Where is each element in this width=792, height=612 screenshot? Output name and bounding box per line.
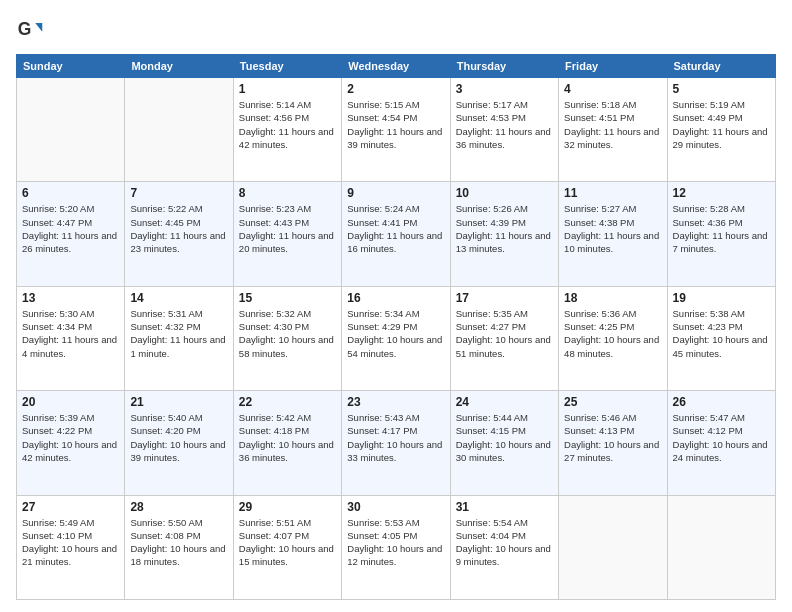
- calendar-week-row: 6Sunrise: 5:20 AM Sunset: 4:47 PM Daylig…: [17, 182, 776, 286]
- day-info: Sunrise: 5:46 AM Sunset: 4:13 PM Dayligh…: [564, 411, 661, 464]
- day-number: 19: [673, 291, 770, 305]
- day-number: 30: [347, 500, 444, 514]
- day-number: 11: [564, 186, 661, 200]
- svg-text:G: G: [18, 19, 32, 39]
- calendar-cell: 15Sunrise: 5:32 AM Sunset: 4:30 PM Dayli…: [233, 286, 341, 390]
- day-number: 23: [347, 395, 444, 409]
- day-info: Sunrise: 5:36 AM Sunset: 4:25 PM Dayligh…: [564, 307, 661, 360]
- calendar-cell: 16Sunrise: 5:34 AM Sunset: 4:29 PM Dayli…: [342, 286, 450, 390]
- day-number: 6: [22, 186, 119, 200]
- day-number: 1: [239, 82, 336, 96]
- day-info: Sunrise: 5:18 AM Sunset: 4:51 PM Dayligh…: [564, 98, 661, 151]
- day-info: Sunrise: 5:22 AM Sunset: 4:45 PM Dayligh…: [130, 202, 227, 255]
- calendar-cell: 9Sunrise: 5:24 AM Sunset: 4:41 PM Daylig…: [342, 182, 450, 286]
- page: G SundayMondayTuesdayWednesdayThursdayFr…: [0, 0, 792, 612]
- calendar-cell: 17Sunrise: 5:35 AM Sunset: 4:27 PM Dayli…: [450, 286, 558, 390]
- calendar-cell: 1Sunrise: 5:14 AM Sunset: 4:56 PM Daylig…: [233, 78, 341, 182]
- day-info: Sunrise: 5:26 AM Sunset: 4:39 PM Dayligh…: [456, 202, 553, 255]
- calendar-cell: 29Sunrise: 5:51 AM Sunset: 4:07 PM Dayli…: [233, 495, 341, 599]
- day-info: Sunrise: 5:49 AM Sunset: 4:10 PM Dayligh…: [22, 516, 119, 569]
- col-header-wednesday: Wednesday: [342, 55, 450, 78]
- day-info: Sunrise: 5:38 AM Sunset: 4:23 PM Dayligh…: [673, 307, 770, 360]
- calendar-cell: 30Sunrise: 5:53 AM Sunset: 4:05 PM Dayli…: [342, 495, 450, 599]
- col-header-monday: Monday: [125, 55, 233, 78]
- calendar-cell: [125, 78, 233, 182]
- day-info: Sunrise: 5:39 AM Sunset: 4:22 PM Dayligh…: [22, 411, 119, 464]
- day-number: 16: [347, 291, 444, 305]
- day-number: 13: [22, 291, 119, 305]
- calendar-cell: 5Sunrise: 5:19 AM Sunset: 4:49 PM Daylig…: [667, 78, 775, 182]
- day-info: Sunrise: 5:42 AM Sunset: 4:18 PM Dayligh…: [239, 411, 336, 464]
- calendar-week-row: 27Sunrise: 5:49 AM Sunset: 4:10 PM Dayli…: [17, 495, 776, 599]
- day-number: 5: [673, 82, 770, 96]
- day-number: 8: [239, 186, 336, 200]
- day-info: Sunrise: 5:31 AM Sunset: 4:32 PM Dayligh…: [130, 307, 227, 360]
- day-info: Sunrise: 5:32 AM Sunset: 4:30 PM Dayligh…: [239, 307, 336, 360]
- col-header-friday: Friday: [559, 55, 667, 78]
- day-info: Sunrise: 5:30 AM Sunset: 4:34 PM Dayligh…: [22, 307, 119, 360]
- calendar-cell: 7Sunrise: 5:22 AM Sunset: 4:45 PM Daylig…: [125, 182, 233, 286]
- day-info: Sunrise: 5:34 AM Sunset: 4:29 PM Dayligh…: [347, 307, 444, 360]
- calendar-cell: 19Sunrise: 5:38 AM Sunset: 4:23 PM Dayli…: [667, 286, 775, 390]
- calendar-cell: 8Sunrise: 5:23 AM Sunset: 4:43 PM Daylig…: [233, 182, 341, 286]
- day-number: 7: [130, 186, 227, 200]
- day-number: 17: [456, 291, 553, 305]
- day-info: Sunrise: 5:17 AM Sunset: 4:53 PM Dayligh…: [456, 98, 553, 151]
- day-number: 29: [239, 500, 336, 514]
- svg-marker-1: [35, 23, 42, 32]
- calendar-cell: 25Sunrise: 5:46 AM Sunset: 4:13 PM Dayli…: [559, 391, 667, 495]
- day-info: Sunrise: 5:20 AM Sunset: 4:47 PM Dayligh…: [22, 202, 119, 255]
- day-number: 10: [456, 186, 553, 200]
- calendar-cell: 2Sunrise: 5:15 AM Sunset: 4:54 PM Daylig…: [342, 78, 450, 182]
- calendar-cell: 13Sunrise: 5:30 AM Sunset: 4:34 PM Dayli…: [17, 286, 125, 390]
- day-number: 21: [130, 395, 227, 409]
- calendar-cell: 23Sunrise: 5:43 AM Sunset: 4:17 PM Dayli…: [342, 391, 450, 495]
- day-info: Sunrise: 5:44 AM Sunset: 4:15 PM Dayligh…: [456, 411, 553, 464]
- col-header-saturday: Saturday: [667, 55, 775, 78]
- calendar-cell: 12Sunrise: 5:28 AM Sunset: 4:36 PM Dayli…: [667, 182, 775, 286]
- calendar-cell: 14Sunrise: 5:31 AM Sunset: 4:32 PM Dayli…: [125, 286, 233, 390]
- day-info: Sunrise: 5:50 AM Sunset: 4:08 PM Dayligh…: [130, 516, 227, 569]
- calendar-cell: 22Sunrise: 5:42 AM Sunset: 4:18 PM Dayli…: [233, 391, 341, 495]
- calendar-cell: 28Sunrise: 5:50 AM Sunset: 4:08 PM Dayli…: [125, 495, 233, 599]
- calendar-cell: 24Sunrise: 5:44 AM Sunset: 4:15 PM Dayli…: [450, 391, 558, 495]
- calendar-cell: 20Sunrise: 5:39 AM Sunset: 4:22 PM Dayli…: [17, 391, 125, 495]
- day-info: Sunrise: 5:19 AM Sunset: 4:49 PM Dayligh…: [673, 98, 770, 151]
- day-number: 9: [347, 186, 444, 200]
- header: G: [16, 16, 776, 44]
- calendar-cell: [17, 78, 125, 182]
- day-info: Sunrise: 5:47 AM Sunset: 4:12 PM Dayligh…: [673, 411, 770, 464]
- day-number: 20: [22, 395, 119, 409]
- day-number: 26: [673, 395, 770, 409]
- calendar-cell: 31Sunrise: 5:54 AM Sunset: 4:04 PM Dayli…: [450, 495, 558, 599]
- day-number: 12: [673, 186, 770, 200]
- logo: G: [16, 16, 48, 44]
- calendar-week-row: 13Sunrise: 5:30 AM Sunset: 4:34 PM Dayli…: [17, 286, 776, 390]
- calendar-cell: 11Sunrise: 5:27 AM Sunset: 4:38 PM Dayli…: [559, 182, 667, 286]
- calendar-header-row: SundayMondayTuesdayWednesdayThursdayFrid…: [17, 55, 776, 78]
- day-info: Sunrise: 5:14 AM Sunset: 4:56 PM Dayligh…: [239, 98, 336, 151]
- day-number: 31: [456, 500, 553, 514]
- col-header-thursday: Thursday: [450, 55, 558, 78]
- day-number: 24: [456, 395, 553, 409]
- col-header-tuesday: Tuesday: [233, 55, 341, 78]
- calendar-week-row: 20Sunrise: 5:39 AM Sunset: 4:22 PM Dayli…: [17, 391, 776, 495]
- day-info: Sunrise: 5:51 AM Sunset: 4:07 PM Dayligh…: [239, 516, 336, 569]
- day-info: Sunrise: 5:24 AM Sunset: 4:41 PM Dayligh…: [347, 202, 444, 255]
- calendar-cell: [667, 495, 775, 599]
- calendar-cell: 6Sunrise: 5:20 AM Sunset: 4:47 PM Daylig…: [17, 182, 125, 286]
- calendar-cell: 27Sunrise: 5:49 AM Sunset: 4:10 PM Dayli…: [17, 495, 125, 599]
- calendar-cell: 4Sunrise: 5:18 AM Sunset: 4:51 PM Daylig…: [559, 78, 667, 182]
- calendar-cell: [559, 495, 667, 599]
- day-number: 4: [564, 82, 661, 96]
- day-info: Sunrise: 5:40 AM Sunset: 4:20 PM Dayligh…: [130, 411, 227, 464]
- day-info: Sunrise: 5:15 AM Sunset: 4:54 PM Dayligh…: [347, 98, 444, 151]
- calendar-cell: 10Sunrise: 5:26 AM Sunset: 4:39 PM Dayli…: [450, 182, 558, 286]
- day-info: Sunrise: 5:43 AM Sunset: 4:17 PM Dayligh…: [347, 411, 444, 464]
- day-number: 28: [130, 500, 227, 514]
- calendar-table: SundayMondayTuesdayWednesdayThursdayFrid…: [16, 54, 776, 600]
- col-header-sunday: Sunday: [17, 55, 125, 78]
- day-info: Sunrise: 5:53 AM Sunset: 4:05 PM Dayligh…: [347, 516, 444, 569]
- day-info: Sunrise: 5:28 AM Sunset: 4:36 PM Dayligh…: [673, 202, 770, 255]
- calendar-cell: 26Sunrise: 5:47 AM Sunset: 4:12 PM Dayli…: [667, 391, 775, 495]
